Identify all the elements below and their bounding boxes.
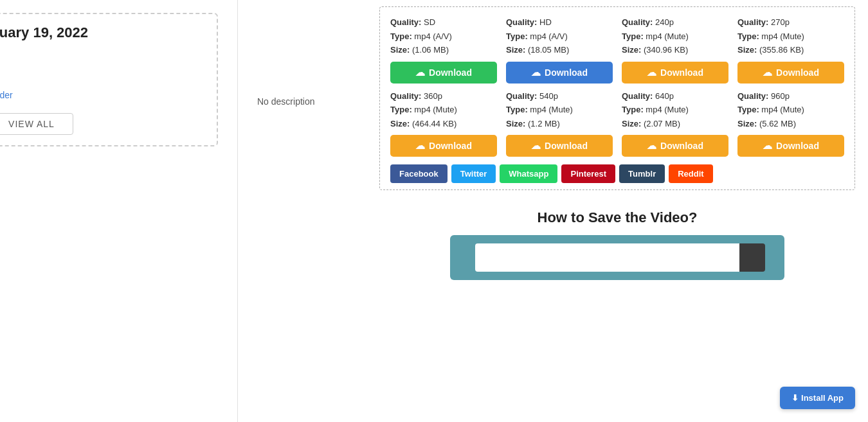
quality-value-270p: 270p	[771, 17, 790, 27]
type-label-640p: Type:	[622, 105, 644, 114]
download-item-640p: Quality: 640p Type: mp4 (Mute) Size: (2.…	[622, 90, 728, 157]
download-label-360p: Download	[429, 141, 472, 151]
type-value-360p: mp4 (Mute)	[414, 105, 457, 114]
type-value-240p: mp4 (Mute)	[646, 31, 688, 41]
type-value-960p: mp4 (Mute)	[761, 105, 804, 114]
facebook-button[interactable]: Facebook	[390, 164, 448, 183]
type-label-sd: Type:	[390, 31, 412, 41]
cloud-icon-360p	[415, 140, 425, 152]
download-button-sd[interactable]: Download	[390, 62, 497, 84]
quality-label-540p: Quality:	[506, 91, 537, 101]
pinterest-button[interactable]: Pinterest	[561, 164, 615, 183]
download-item-360p: Quality: 360p Type: mp4 (Mute) Size: (46…	[390, 90, 497, 157]
download-label-240p: Download	[660, 67, 703, 78]
size-label-sd: Size:	[390, 45, 410, 55]
download-label-270p: Download	[776, 67, 819, 78]
main-content: No description Quality: SD Type: mp4 (A/…	[238, 0, 868, 422]
quality-label-hd: Quality:	[506, 17, 537, 27]
download-button-hd[interactable]: Download	[506, 62, 613, 84]
changelog-box: January 19, 2022 ADDED Gettr Downloader …	[0, 13, 218, 146]
changelog-item-2: IMPROVED Douyin Downloader	[0, 69, 204, 82]
size-label-640p: Size:	[622, 119, 641, 128]
size-label-960p: Size:	[737, 119, 757, 128]
reddit-button[interactable]: Reddit	[669, 164, 712, 183]
cloud-icon-hd	[531, 67, 541, 78]
quality-value-360p: 360p	[424, 91, 442, 101]
changelog-item-1: ADDED Gettr Downloader	[0, 50, 204, 63]
tumblr-button[interactable]: Tumblr	[619, 164, 665, 183]
download-button-270p[interactable]: Download	[737, 62, 844, 84]
how-to-section: How to Save the Video?	[379, 209, 855, 280]
page-wrapper: January 19, 2022 ADDED Gettr Downloader …	[0, 0, 868, 422]
download-label-640p: Download	[660, 141, 703, 151]
changelog-item-3: IMPROVED Private VK Downloader	[0, 89, 204, 101]
social-buttons: Facebook Twitter Whatsapp Pinterest Tumb…	[390, 164, 844, 183]
type-label-540p: Type:	[506, 105, 528, 114]
download-label-sd: Download	[429, 67, 472, 78]
quality-value-240p: 240p	[655, 17, 674, 27]
quality-label-270p: Quality:	[737, 17, 768, 27]
left-sidebar: January 19, 2022 ADDED Gettr Downloader …	[0, 0, 238, 422]
quality-label-240p: Quality:	[622, 17, 653, 27]
download-item-960p: Quality: 960p Type: mp4 (Mute) Size: (5.…	[737, 90, 844, 157]
quality-value-540p: 540p	[539, 91, 558, 101]
size-label-270p: Size:	[737, 45, 757, 55]
changelog-link-3[interactable]: Private VK Downloader	[0, 90, 13, 100]
changelog-date: January 19, 2022	[0, 24, 204, 41]
twitter-button[interactable]: Twitter	[451, 164, 496, 183]
type-label-270p: Type:	[737, 31, 759, 41]
type-value-540p: mp4 (Mute)	[530, 105, 572, 114]
download-button-640p[interactable]: Download	[622, 135, 728, 157]
download-label-hd: Download	[545, 67, 588, 78]
cloud-icon-270p	[763, 67, 772, 78]
size-value-540p: (1.2 MB)	[528, 119, 560, 128]
how-to-title: How to Save the Video?	[379, 209, 855, 226]
cloud-icon-540p	[531, 140, 541, 152]
download-label-960p: Download	[776, 141, 819, 151]
download-item-sd: Quality: SD Type: mp4 (A/V) Size: (1.06 …	[390, 16, 497, 84]
download-button-960p[interactable]: Download	[737, 135, 844, 157]
size-value-360p: (464.44 KB)	[412, 119, 457, 128]
download-grid: Quality: SD Type: mp4 (A/V) Size: (1.06 …	[390, 16, 844, 157]
size-label-540p: Size:	[506, 119, 525, 128]
size-value-960p: (5.62 MB)	[759, 119, 796, 128]
quality-value-640p: 640p	[655, 91, 674, 101]
quality-value-960p: 960p	[771, 91, 790, 101]
cloud-icon-640p	[647, 140, 656, 152]
no-description-label: No description	[251, 6, 366, 280]
quality-label-sd: Quality:	[390, 17, 421, 27]
type-value-sd: mp4 (A/V)	[414, 31, 452, 41]
type-label-hd: Type:	[506, 31, 528, 41]
video-corner	[739, 243, 765, 272]
download-button-360p[interactable]: Download	[390, 135, 497, 157]
type-label-240p: Type:	[622, 31, 644, 41]
cloud-icon-sd	[415, 67, 425, 78]
quality-value-sd: SD	[424, 17, 435, 27]
size-label-240p: Size:	[622, 45, 641, 55]
quality-value-hd: HD	[539, 17, 552, 27]
install-app-button[interactable]: ⬇ Install App	[780, 387, 855, 409]
type-value-hd: mp4 (A/V)	[530, 31, 568, 41]
cloud-icon-240p	[647, 67, 656, 78]
download-label-540p: Download	[545, 141, 588, 151]
size-value-sd: (1.06 MB)	[412, 45, 449, 55]
type-value-270p: mp4 (Mute)	[761, 31, 804, 41]
type-label-960p: Type:	[737, 105, 759, 114]
size-label-360p: Size:	[390, 119, 410, 128]
size-value-270p: (355.86 KB)	[759, 45, 804, 55]
type-value-640p: mp4 (Mute)	[646, 105, 688, 114]
whatsapp-button[interactable]: Whatsapp	[500, 164, 557, 183]
size-value-240p: (340.96 KB)	[644, 45, 688, 55]
download-button-240p[interactable]: Download	[622, 62, 728, 84]
download-item-270p: Quality: 270p Type: mp4 (Mute) Size: (35…	[737, 16, 844, 84]
quality-label-960p: Quality:	[737, 91, 768, 101]
download-section: Quality: SD Type: mp4 (A/V) Size: (1.06 …	[379, 6, 855, 190]
type-label-360p: Type:	[390, 105, 412, 114]
content-row: No description Quality: SD Type: mp4 (A/…	[251, 6, 855, 280]
view-all-button[interactable]: VIEW ALL	[0, 113, 73, 135]
download-item-240p: Quality: 240p Type: mp4 (Mute) Size: (34…	[622, 16, 728, 84]
cloud-icon-960p	[763, 140, 772, 152]
download-item-hd: Quality: HD Type: mp4 (A/V) Size: (18.05…	[506, 16, 613, 84]
download-button-540p[interactable]: Download	[506, 135, 613, 157]
quality-label-640p: Quality:	[622, 91, 653, 101]
